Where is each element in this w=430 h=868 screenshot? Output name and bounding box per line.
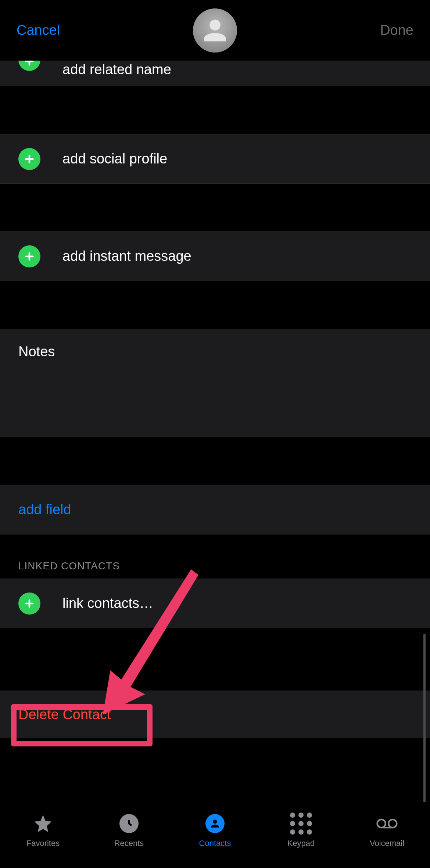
section-gap (0, 281, 430, 329)
section-gap (0, 738, 430, 806)
add-social-profile-row[interactable]: add social profile (0, 134, 430, 184)
person-circle-icon (204, 813, 226, 834)
svg-point-1 (377, 820, 386, 828)
clock-icon (118, 813, 140, 834)
add-field-row[interactable]: add field (0, 485, 430, 534)
person-icon (202, 17, 228, 44)
keypad-icon (290, 813, 312, 834)
tab-label: Voicemail (370, 839, 404, 848)
voicemail-icon (376, 813, 398, 834)
tab-favorites[interactable]: Favorites (0, 813, 86, 848)
navigation-bar: Cancel Done (0, 0, 430, 61)
done-button[interactable]: Done (380, 22, 413, 38)
notes-field[interactable]: Notes (0, 329, 430, 437)
section-gap (0, 628, 430, 691)
row-label: add instant message (62, 248, 191, 264)
delete-contact-label: Delete Contact (18, 707, 111, 723)
add-instant-message-row[interactable]: add instant message (0, 231, 430, 281)
plus-icon (18, 148, 40, 170)
add-related-name-row[interactable]: add related name (0, 61, 430, 86)
tab-label: Contacts (199, 839, 231, 848)
row-label: link contacts… (62, 595, 153, 611)
star-icon (32, 813, 54, 834)
svg-point-2 (388, 820, 397, 828)
notes-label: Notes (18, 344, 412, 360)
tab-recents[interactable]: Recents (86, 813, 172, 848)
tab-label: Recents (114, 839, 144, 848)
contact-avatar[interactable] (193, 8, 237, 53)
section-gap (0, 86, 430, 134)
scrollbar-thumb[interactable] (423, 634, 426, 806)
add-field-label: add field (18, 502, 71, 518)
plus-icon (18, 245, 40, 267)
delete-contact-row[interactable]: Delete Contact (0, 691, 430, 738)
cancel-button[interactable]: Cancel (17, 22, 60, 38)
section-gap (0, 184, 430, 231)
tab-keypad[interactable]: Keypad (258, 813, 344, 848)
edit-contact-form: add related name add social profile add … (0, 61, 430, 806)
plus-icon (18, 61, 40, 71)
link-contacts-row[interactable]: link contacts… (0, 579, 430, 628)
tab-label: Favorites (26, 839, 60, 848)
row-label: add related name (62, 62, 171, 78)
section-gap (0, 437, 430, 485)
tab-label: Keypad (287, 839, 315, 848)
tab-contacts[interactable]: Contacts (172, 813, 258, 848)
row-label: add social profile (62, 151, 167, 167)
linked-contacts-header: LINKED CONTACTS (0, 534, 430, 579)
tab-bar: Favorites Recents Contacts Keypad Voicem… (0, 802, 430, 868)
plus-icon (18, 593, 40, 615)
tab-voicemail[interactable]: Voicemail (344, 813, 430, 848)
